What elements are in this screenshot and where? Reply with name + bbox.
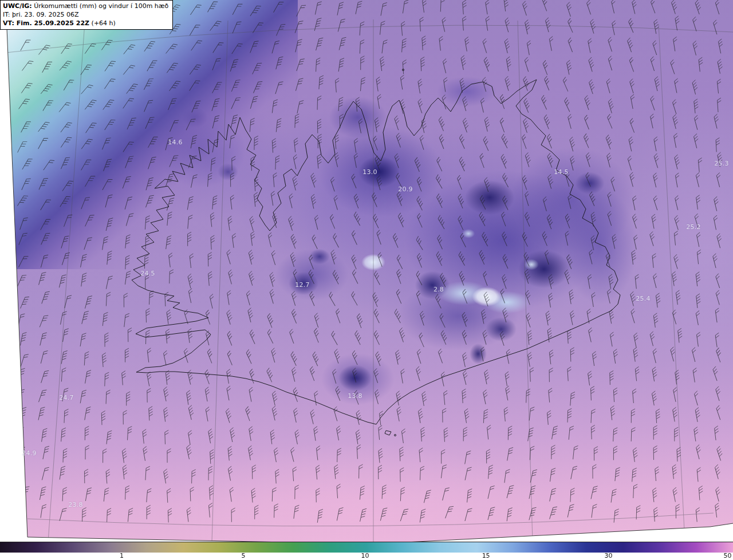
- init-time-line: IT: þri. 23. 09. 2025 06Z: [3, 10, 168, 19]
- valid-time: VT: Fim. 25.09.2025 22Z: [3, 19, 89, 27]
- offshore-islands: [385, 69, 404, 436]
- valid-time-line: VT: Fim. 25.09.2025 22Z (+64 h): [3, 19, 168, 27]
- wind-barbs: [17, 0, 724, 523]
- weather-map-screen: 14.6 13.0 20.9 14.5 25.3 25.2 24.5 12.7 …: [0, 0, 733, 560]
- colorbar-tick: 30: [604, 553, 612, 559]
- colorbar-tick: 15: [482, 553, 490, 559]
- map-overlay: [0, 0, 733, 542]
- colorbar-tick: 5: [241, 553, 245, 559]
- map-area: 14.6 13.0 20.9 14.5 25.3 25.2 24.5 12.7 …: [0, 0, 733, 542]
- colorbar: 1 5 10 15 30 50: [0, 542, 733, 560]
- colorbar-tick-row: 1 5 10 15 30 50: [0, 553, 733, 560]
- lead-time: (+64 h): [92, 19, 116, 27]
- map-frame-edge: [6, 0, 733, 542]
- colorbar-gradient-strip: [0, 542, 733, 553]
- colorbar-tick: 10: [361, 553, 369, 559]
- model-label: UWC/IG:: [3, 2, 32, 10]
- graticule-lines: [6, 19, 733, 542]
- info-box: UWC/IG: Úrkomumætti (mm) og vindur í 100…: [0, 0, 173, 30]
- colorbar-tick: 50: [723, 553, 731, 559]
- product-title: Úrkomumætti (mm) og vindur í 100m hæð: [34, 2, 168, 10]
- colorbar-tick: 1: [120, 553, 124, 559]
- title-line: UWC/IG: Úrkomumætti (mm) og vindur í 100…: [3, 2, 168, 10]
